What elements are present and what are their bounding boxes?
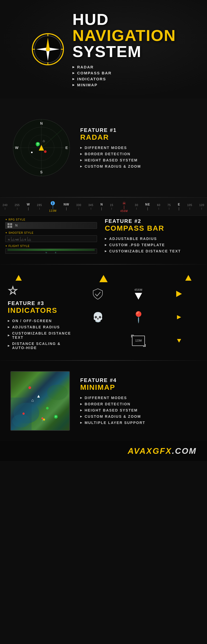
hero-title-line3: SYSTEM (72, 43, 142, 60)
radar-display: N S E W ? ⌂ (13, 119, 70, 176)
feature2-list: ADJUSTABLE RADIUS CUSTOM .PSD TEMPLATE C… (105, 237, 197, 253)
compass-tick-15: 15 (110, 204, 113, 210)
hero-feature-indicators: INDICATORS (72, 77, 176, 81)
compass-tick-n: N (100, 203, 103, 210)
feature3-name: INDICATORS (8, 306, 72, 315)
indicator-box-icon: 123M (132, 336, 145, 346)
radar-dot-red (44, 150, 47, 153)
compass-style-flight-bar: N E (5, 249, 97, 254)
brand-name: AVAXGFX.COM (128, 446, 197, 456)
indicator-arrow-down (135, 293, 142, 300)
feature4-list: DIFFERENT MODES BORDER DETECTION HEIGHT … (80, 396, 197, 425)
radar-east-label: E (65, 146, 68, 150)
svg-point-17 (47, 385, 68, 400)
feature4-item-3: CUSTOM RADIUS & ZOOM (80, 414, 197, 419)
compass-bar-display: 240 255 W 285 i 123M NW (0, 197, 207, 216)
indicator-arrow-right-2 (177, 315, 181, 319)
hero-feature-radar: RADAR (72, 65, 176, 69)
compass-style-shooter-label: SHOOTER STYLE (5, 231, 97, 234)
indicator-shield-group (93, 288, 103, 300)
radar-question-marker: ? (36, 142, 40, 146)
indicator-location-group: 📍 (132, 312, 145, 323)
compass-tick-60: 60 (157, 204, 160, 210)
indicator-skull-icon: 💀 (92, 313, 104, 322)
feature2-item-2: CUSTOMIZABLE DISTANCE TEXT (105, 249, 197, 253)
compass-style-shooter: SHOOTER STYLE N NE (5, 231, 97, 242)
feature1-name: RADAR (80, 133, 194, 141)
hero-text-block: HUD NAVIGATION SYSTEM RADAR COMPASS BAR … (72, 11, 176, 87)
hero-title-line2: NAVIGATION (72, 26, 176, 44)
indicator-distance-down-group: 456M (134, 288, 143, 300)
compass-tick-w: W (27, 203, 30, 210)
feature2-item-1: CUSTOM .PSD TEMPLATE (105, 243, 197, 247)
indicator-right-arrow-group (176, 291, 182, 297)
feature4-info: FEATURE #4 MINIMAP DIFFERENT MODES BORDE… (80, 377, 197, 425)
hero-section: HUD NAVIGATION SYSTEM RADAR COMPASS BAR … (0, 0, 207, 98)
minimap-section: ⌂ ? 📍 FEATURE #4 MINIMAP DIFFERENT MODES… (0, 361, 207, 441)
feature3-item-0: ON / OFF-SCREEN (8, 319, 72, 323)
indicator-arrow-top-right (185, 275, 191, 281)
minimap-question-marker: ? (54, 415, 58, 419)
minimap-home-icon: ⌂ (31, 398, 34, 403)
indicators-bottom-content: ☆ FEATURE #3 INDICATORS ON / OFF-SCREEN … (0, 282, 207, 352)
feature-radar-section: N S E W ? ⌂ FEATURE #1 RADAR DIFFERENT M… (0, 98, 207, 197)
minimap-overlay: ⌂ ? 📍 (11, 372, 69, 430)
indicator-bottom-arrow-group (177, 339, 181, 343)
compass-tick-120: 120 (199, 204, 204, 210)
feature2-info: FEATURE #2 COMPASS BAR ADJUSTABLE RADIUS… (97, 218, 197, 253)
minimap-dot-red-1 (28, 386, 31, 389)
compass-style-shooter-bar: N NE E (5, 235, 97, 242)
indicator-shield-svg (93, 288, 103, 300)
hero-feature-compass: COMPASS BAR (72, 71, 176, 75)
radar-north-label: N (40, 121, 43, 125)
feature4-item-1: BORDER DETECTION (80, 402, 197, 406)
feature1-item-3: CUSTOM RADIUS & ZOOM (80, 164, 194, 168)
indicators-section: ☆ FEATURE #3 INDICATORS ON / OFF-SCREEN … (0, 265, 207, 360)
feature4-name: MINIMAP (80, 383, 197, 392)
compass-style-rpg-bar: N (5, 222, 97, 229)
hero-content: HUD NAVIGATION SYSTEM RADAR COMPASS BAR … (21, 1, 186, 97)
indicators-top-arrows (0, 272, 207, 282)
compass-bar-ruler: 240 255 W 285 i 123M NW (3, 201, 204, 212)
compass-tick-285: 285 (37, 204, 42, 210)
indicators-icons-grid: 456M 💀 📍 123M (78, 285, 199, 350)
compass-style-flight-label: FLIGHT STYLE (5, 245, 97, 247)
feature1-number: FEATURE #1 (80, 127, 194, 133)
compass-tick-30: 30 (135, 204, 138, 210)
feature1-list: DIFFERENT MODES BORDER DETECTION HEIGHT … (80, 146, 194, 168)
compass-section-inner: RPG STYLE N SHOOTER STYLE N (0, 216, 207, 259)
indicator-arrow-top-center (99, 275, 108, 282)
compass-logo-icon (31, 32, 65, 66)
feature3-item-2: CUSTOMIZABLE DISTANCE TEXT (8, 331, 72, 339)
feature4-item-2: HEIGHT BASED SYSTEM (80, 408, 197, 412)
minimap-player-triangle (37, 395, 40, 398)
feature3-item-3: DISTANCE SCALING & AUTO-HIDE (8, 342, 72, 350)
compass-styles-column: RPG STYLE N SHOOTER STYLE N (5, 218, 97, 254)
feature3-item-1: ADJUSTABLE RADIUS (8, 325, 72, 329)
compass-tick-ne: NE (145, 203, 150, 210)
feature1-item-0: DIFFERENT MODES (80, 146, 194, 150)
minimap-dot-green (46, 407, 49, 409)
indicator-star-icon: ☆ (8, 285, 72, 296)
feature4-item-0: DIFFERENT MODES (80, 396, 197, 400)
radar-west-label: W (15, 146, 18, 150)
feature3-info: ☆ FEATURE #3 INDICATORS ON / OFF-SCREEN … (8, 285, 72, 350)
compass-tick-75: 75 (167, 204, 171, 210)
indicator-right-arrow-small-group (177, 315, 181, 319)
rpg-hash-icon (8, 223, 12, 228)
indicator-location-icon: 📍 (132, 312, 145, 323)
compass-style-rpg: RPG STYLE N (5, 218, 97, 229)
feature1-item-2: HEIGHT BASED SYSTEM (80, 158, 194, 162)
radar-home-marker: ⌂ (43, 139, 45, 143)
compass-bar-section: 240 255 W 285 i 123M NW (0, 197, 207, 264)
compass-tick-skull: ☠ 456M (120, 201, 128, 213)
compass-tick-info: i 123M (49, 201, 57, 212)
compass-style-rpg-label: RPG STYLE (5, 218, 97, 221)
brand-footer: AVAXGFX.COM (0, 441, 207, 461)
compass-tick-105: 105 (187, 204, 192, 210)
indicator-arrow-top-left (16, 275, 22, 281)
svg-rect-18 (11, 398, 32, 431)
hero-feature-minimap: MINIMAP (72, 83, 176, 87)
indicator-arrow-right-1 (176, 291, 182, 297)
compass-tick-255: 255 (15, 204, 20, 210)
